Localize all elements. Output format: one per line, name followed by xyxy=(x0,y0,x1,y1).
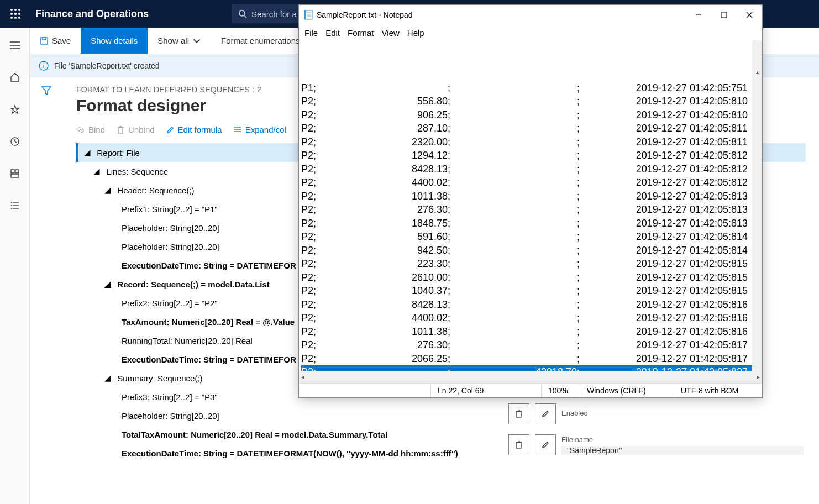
show-all-button[interactable]: Show all xyxy=(148,28,211,54)
svg-rect-24 xyxy=(41,38,48,44)
notepad-line[interactable]: P2;276.30;;2019-12-27 01:42:05:817 xyxy=(301,338,760,352)
maximize-button[interactable] xyxy=(711,6,737,24)
menu-file[interactable]: File xyxy=(305,28,318,38)
menu-format[interactable]: Format xyxy=(348,28,374,38)
notepad-title: SampleReport.txt - Notepad xyxy=(317,11,686,19)
svg-rect-47 xyxy=(721,12,727,18)
modules-icon[interactable] xyxy=(5,196,25,216)
notepad-line[interactable]: P2;8428.13;;2019-12-27 01:42:05:816 xyxy=(301,298,760,312)
svg-rect-42 xyxy=(305,11,306,19)
vertical-scrollbar[interactable]: ▴ xyxy=(752,40,762,371)
notepad-line[interactable]: P2;906.25;;2019-12-27 01:42:05:810 xyxy=(301,108,760,122)
notepad-line[interactable]: P2;1040.37;;2019-12-27 01:42:05:815 xyxy=(301,284,760,298)
minimize-button[interactable] xyxy=(686,6,711,24)
notepad-line[interactable]: P2;223.30;;2019-12-27 01:42:05:815 xyxy=(301,257,760,271)
filename-label: File name xyxy=(561,435,804,444)
svg-point-5 xyxy=(18,13,20,15)
svg-line-10 xyxy=(244,15,246,18)
status-zoom: 100% xyxy=(541,384,580,397)
bind-button[interactable]: Bind xyxy=(76,125,105,134)
expand-collapse-button[interactable]: Expand/col xyxy=(233,125,286,134)
filter-icon[interactable] xyxy=(41,85,52,98)
enabled-label: Enabled xyxy=(561,409,804,417)
recent-icon[interactable] xyxy=(5,132,25,151)
tree-label: TotalTaxAmount: Numeric[20..20] Real = m… xyxy=(122,430,387,439)
workspaces-icon[interactable] xyxy=(5,164,25,183)
notepad-icon xyxy=(303,10,313,20)
notepad-titlebar[interactable]: SampleReport.txt - Notepad xyxy=(299,5,762,25)
collapse-icon[interactable]: ◢ xyxy=(92,166,102,176)
notepad-line[interactable]: P3;;42918.70;2019-12-27 01:42:05:827 xyxy=(301,365,760,371)
menu-edit[interactable]: Edit xyxy=(326,28,340,38)
notepad-line[interactable]: P2;2610.00;;2019-12-27 01:42:05:815 xyxy=(301,271,760,285)
expand-label: Expand/col xyxy=(245,125,286,134)
notepad-line[interactable]: P2;1011.38;;2019-12-27 01:42:05:816 xyxy=(301,325,760,339)
svg-point-4 xyxy=(14,13,17,15)
tree-label: Record: Sequence(;) = model.Data.List xyxy=(117,280,269,289)
save-button[interactable]: Save xyxy=(30,28,81,54)
notepad-line[interactable]: P2;1294.12;;2019-12-27 01:42:05:812 xyxy=(301,149,760,162)
notepad-line[interactable]: P2;591.60;;2019-12-27 01:42:05:814 xyxy=(301,230,760,244)
notepad-statusbar: Ln 22, Col 69 100% Windows (CRLF) UTF-8 … xyxy=(299,383,762,397)
hamburger-icon[interactable] xyxy=(5,35,25,55)
properties-panel: Enabled File name "SampleReport" xyxy=(493,398,819,471)
unbind-button[interactable]: Unbind xyxy=(116,125,155,134)
edit-button[interactable] xyxy=(535,434,556,455)
delete-button[interactable] xyxy=(508,434,529,455)
notepad-line[interactable]: P2;2066.25;;2019-12-27 01:42:05:817 xyxy=(301,352,760,366)
notepad-line[interactable]: P2;276.30;;2019-12-27 01:42:05:813 xyxy=(301,203,760,217)
save-label: Save xyxy=(52,36,71,45)
close-button[interactable] xyxy=(737,6,762,24)
scroll-right-icon[interactable]: ▸ xyxy=(757,373,760,381)
edit-formula-button[interactable]: Edit formula xyxy=(166,125,222,134)
notepad-line[interactable]: P2;556.80;;2019-12-27 01:42:05:810 xyxy=(301,95,760,108)
notepad-line[interactable]: P1;;;2019-12-27 01:42:05:751 xyxy=(301,81,760,95)
notepad-line[interactable]: P2;2320.00;;2019-12-27 01:42:05:811 xyxy=(301,135,760,149)
filename-value[interactable]: "SampleReport" xyxy=(561,446,804,455)
svg-point-6 xyxy=(11,17,13,19)
show-details-button[interactable]: Show details xyxy=(81,28,148,54)
tree-label: Lines: Sequence xyxy=(106,167,168,176)
status-position: Ln 22, Col 69 xyxy=(431,384,541,397)
favorites-icon[interactable] xyxy=(5,99,25,119)
tree-label: Prefix1: String[2..2] = "P1" xyxy=(122,204,218,214)
format-enum-label: Format enumerations xyxy=(221,36,300,45)
notepad-line[interactable]: P2;4400.02;;2019-12-27 01:42:05:816 xyxy=(301,311,760,325)
notepad-body[interactable]: ▴ P1;;;2019-12-27 01:42:05:751P2;556.80;… xyxy=(299,40,762,371)
menu-help[interactable]: Help xyxy=(407,28,424,38)
delete-button[interactable] xyxy=(508,403,529,424)
scroll-left-icon[interactable]: ◂ xyxy=(301,373,305,381)
notepad-menu: File Edit Format View Help xyxy=(299,25,762,40)
notepad-line[interactable]: P2;1011.38;;2019-12-27 01:42:05:813 xyxy=(301,190,760,203)
horizontal-scrollbar[interactable]: ◂ ▸ xyxy=(299,371,762,383)
notepad-line[interactable]: P2;8428.13;;2019-12-27 01:42:05:812 xyxy=(301,162,760,176)
home-icon[interactable] xyxy=(5,67,25,87)
edit-formula-label: Edit formula xyxy=(178,125,222,134)
svg-rect-17 xyxy=(11,174,19,177)
collapse-icon[interactable]: ◢ xyxy=(103,279,113,289)
notepad-line[interactable]: P2;287.10;;2019-12-27 01:42:05:811 xyxy=(301,122,760,135)
notepad-line[interactable]: P2;942.50;;2019-12-27 01:42:05:814 xyxy=(301,244,760,258)
status-encoding: UTF-8 with BOM xyxy=(674,384,762,397)
tree-label: ExecutionDateTime: String = DATETIMEFORM… xyxy=(122,449,458,458)
notepad-line[interactable]: P2;1848.75;;2019-12-27 01:42:05:813 xyxy=(301,217,760,230)
unbind-label: Unbind xyxy=(128,125,155,134)
app-launcher-icon[interactable] xyxy=(6,4,25,24)
tree-label: RunningTotal: Numeric[20..20] Real xyxy=(122,336,253,345)
menu-view[interactable]: View xyxy=(382,28,400,38)
status-eol: Windows (CRLF) xyxy=(580,384,674,397)
notepad-line[interactable]: P2;4400.02;;2019-12-27 01:42:05:812 xyxy=(301,176,760,190)
collapse-icon[interactable]: ◢ xyxy=(103,373,113,383)
svg-point-7 xyxy=(14,17,17,19)
svg-rect-25 xyxy=(43,38,46,40)
tree-label: Header: Sequence(;) xyxy=(117,186,194,195)
left-rail xyxy=(0,28,30,504)
svg-rect-38 xyxy=(517,443,521,448)
edit-button[interactable] xyxy=(535,403,556,424)
svg-point-2 xyxy=(18,9,20,11)
collapse-icon[interactable]: ◢ xyxy=(82,148,92,158)
format-enumerations-button[interactable]: Format enumerations xyxy=(211,28,310,54)
collapse-icon[interactable]: ◢ xyxy=(103,185,113,195)
scroll-up-icon[interactable]: ▴ xyxy=(752,67,762,77)
filter-panel xyxy=(30,77,63,111)
